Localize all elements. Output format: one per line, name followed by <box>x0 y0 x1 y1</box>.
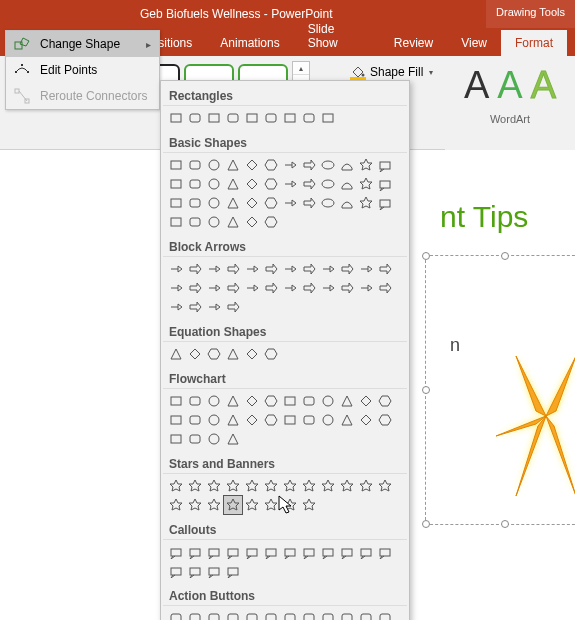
selected-shape-sun[interactable] <box>425 255 575 525</box>
shape-option[interactable] <box>243 213 261 231</box>
shape-option[interactable] <box>319 609 337 620</box>
resize-handle[interactable] <box>422 252 430 260</box>
shape-option[interactable] <box>224 175 242 193</box>
resize-handle[interactable] <box>501 520 509 528</box>
shape-option[interactable] <box>319 279 337 297</box>
tab-view[interactable]: View <box>447 30 501 56</box>
shape-option[interactable] <box>243 194 261 212</box>
shape-option[interactable] <box>167 194 185 212</box>
shape-option[interactable] <box>167 609 185 620</box>
shape-option[interactable] <box>243 496 261 514</box>
shape-option[interactable] <box>205 496 223 514</box>
shape-option[interactable] <box>262 496 280 514</box>
shape-option[interactable] <box>205 543 223 561</box>
shape-option[interactable] <box>281 156 299 174</box>
shape-option[interactable] <box>376 260 394 278</box>
shape-option[interactable] <box>167 392 185 410</box>
shape-option[interactable] <box>167 543 185 561</box>
wordart-sample-a3[interactable]: A <box>531 64 556 107</box>
shape-option[interactable] <box>224 109 242 127</box>
shape-option[interactable] <box>319 194 337 212</box>
shape-option[interactable] <box>281 477 299 495</box>
shape-option[interactable] <box>300 411 318 429</box>
shape-option[interactable] <box>243 609 261 620</box>
shape-option[interactable] <box>338 543 356 561</box>
shape-option[interactable] <box>186 213 204 231</box>
wordart-sample-a2[interactable]: A <box>497 64 522 107</box>
shape-option[interactable] <box>376 279 394 297</box>
shape-option[interactable] <box>224 194 242 212</box>
shape-option[interactable] <box>186 430 204 448</box>
shape-option[interactable] <box>338 411 356 429</box>
shape-option[interactable] <box>167 109 185 127</box>
shape-option[interactable] <box>262 392 280 410</box>
shape-option[interactable] <box>357 392 375 410</box>
shape-option[interactable] <box>281 411 299 429</box>
shape-option[interactable] <box>205 175 223 193</box>
shape-option[interactable] <box>243 175 261 193</box>
shape-option[interactable] <box>243 156 261 174</box>
shape-option[interactable] <box>167 496 185 514</box>
shape-option[interactable] <box>243 411 261 429</box>
shape-option[interactable] <box>262 543 280 561</box>
shape-option[interactable] <box>281 109 299 127</box>
shape-option[interactable] <box>262 609 280 620</box>
shape-option[interactable] <box>243 543 261 561</box>
shape-option[interactable] <box>167 156 185 174</box>
shape-fill-button[interactable]: Shape Fill <box>345 62 438 82</box>
shape-option[interactable] <box>167 477 185 495</box>
shape-option[interactable] <box>224 260 242 278</box>
shape-option[interactable] <box>357 260 375 278</box>
shape-option[interactable] <box>167 175 185 193</box>
shape-option[interactable] <box>224 430 242 448</box>
shape-option[interactable] <box>376 194 394 212</box>
shape-option[interactable] <box>186 298 204 316</box>
shape-option[interactable] <box>186 345 204 363</box>
shape-option[interactable] <box>167 345 185 363</box>
tab-review[interactable]: Review <box>380 30 447 56</box>
shape-option[interactable] <box>167 562 185 580</box>
shape-option[interactable] <box>376 392 394 410</box>
shape-option[interactable] <box>300 175 318 193</box>
shape-option[interactable] <box>319 109 337 127</box>
shape-option[interactable] <box>357 156 375 174</box>
shape-option[interactable] <box>186 562 204 580</box>
shape-option[interactable] <box>205 260 223 278</box>
shape-option[interactable] <box>319 392 337 410</box>
shape-option[interactable] <box>243 392 261 410</box>
slide-title-text[interactable]: nt Tips <box>440 200 528 234</box>
shape-option[interactable] <box>262 175 280 193</box>
shape-option[interactable] <box>224 213 242 231</box>
shape-option[interactable] <box>186 279 204 297</box>
shape-option[interactable] <box>300 279 318 297</box>
shape-option[interactable] <box>262 279 280 297</box>
shape-option[interactable] <box>243 477 261 495</box>
shape-option[interactable] <box>186 609 204 620</box>
shape-option[interactable] <box>357 175 375 193</box>
shape-option[interactable] <box>186 543 204 561</box>
resize-handle[interactable] <box>422 386 430 394</box>
shape-option[interactable] <box>376 175 394 193</box>
shape-option[interactable] <box>300 496 318 514</box>
shape-option[interactable] <box>224 156 242 174</box>
shape-option[interactable] <box>224 345 242 363</box>
shape-option[interactable] <box>224 609 242 620</box>
shape-option[interactable] <box>243 260 261 278</box>
shape-option[interactable] <box>338 260 356 278</box>
shape-option[interactable] <box>262 213 280 231</box>
shape-option[interactable] <box>319 477 337 495</box>
shape-option[interactable] <box>357 543 375 561</box>
shape-option[interactable] <box>167 213 185 231</box>
shape-option[interactable] <box>243 279 261 297</box>
shape-option[interactable] <box>205 279 223 297</box>
shape-option[interactable] <box>205 430 223 448</box>
shape-option[interactable] <box>281 279 299 297</box>
shape-option[interactable] <box>205 562 223 580</box>
shape-option[interactable] <box>186 411 204 429</box>
shape-option[interactable] <box>205 156 223 174</box>
shape-option[interactable] <box>300 609 318 620</box>
shape-option[interactable] <box>281 609 299 620</box>
shape-option[interactable] <box>262 109 280 127</box>
shape-option[interactable] <box>167 411 185 429</box>
shape-option[interactable] <box>243 345 261 363</box>
